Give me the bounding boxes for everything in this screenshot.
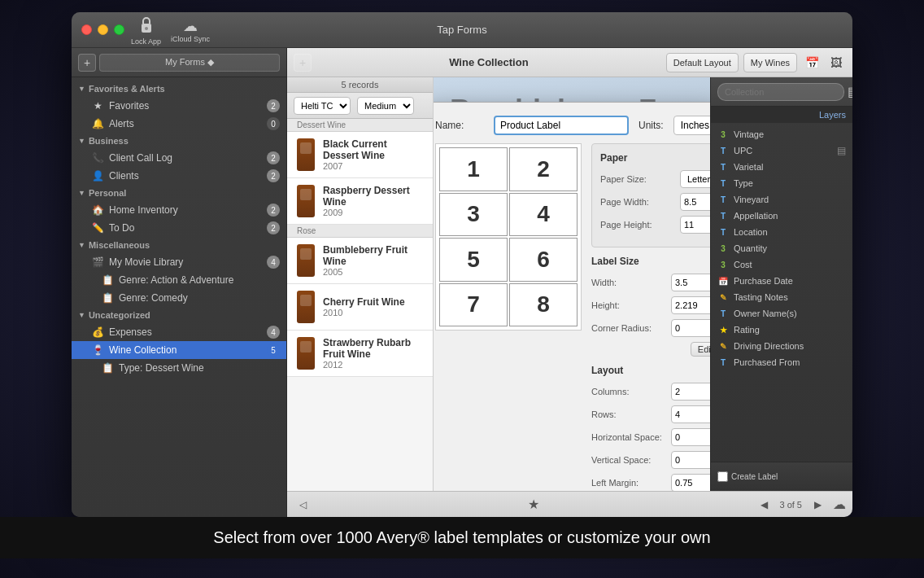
sidebar-item-todo[interactable]: ✏️ To Do 2 [72, 219, 286, 237]
icloud-sync-tool: ☁ iCloud Sync [171, 17, 210, 43]
columns-input[interactable] [671, 383, 710, 401]
sidebar-item-comedy[interactable]: 📋 Genre: Comedy [72, 289, 286, 307]
sidebar-item-favorites[interactable]: ★ Favorites 2 [72, 97, 286, 115]
record-item-raspberry[interactable]: Raspberry Dessert Wine 2009 [287, 178, 433, 225]
v-space-input[interactable] [671, 451, 710, 469]
records-list: 5 records Helti TC Medium Dessert Wine [287, 77, 434, 491]
record-year: 2005 [323, 267, 423, 277]
layout-title: Layout [591, 365, 710, 376]
sidebar-section-miscellaneous[interactable]: ▼ Miscellaneous [72, 237, 286, 253]
field-item-location[interactable]: T Location [711, 224, 852, 240]
sidebar-section-favorites[interactable]: ▼ Favorites & Alerts [72, 81, 286, 97]
edit-label-button[interactable]: Edit Label... [691, 342, 710, 357]
page-width-label: Page Width: [600, 197, 673, 207]
field-item-vintage[interactable]: 3 Vintage [711, 126, 852, 142]
bottom-center: ★ [318, 497, 748, 512]
sidebar-item-wine-collection[interactable]: 🍷 Wine Collection 5 [72, 341, 286, 359]
width-input[interactable] [671, 274, 710, 291]
name-input[interactable] [494, 116, 629, 135]
sidebar-item-dessert-wine[interactable]: 📋 Type: Dessert Wine [72, 359, 286, 377]
default-layout-button[interactable]: Default Layout [666, 53, 739, 72]
corner-radius-input[interactable] [671, 319, 710, 337]
layout-toolbar: Helti TC Medium [287, 93, 433, 119]
field-item-rating[interactable]: ★ Rating [711, 322, 852, 338]
field-item-owner-name[interactable]: T Owner Name(s) [711, 305, 852, 322]
sidebar-add-button[interactable]: + [78, 54, 96, 72]
upc-barcode-icon[interactable]: ▤ [837, 145, 846, 156]
fullscreen-button[interactable] [114, 24, 124, 35]
font-selector[interactable]: Helti TC [294, 97, 351, 115]
page-height-input[interactable] [680, 216, 710, 234]
sidebar-item-clients[interactable]: 👤 Clients 2 [72, 167, 286, 185]
field-item-tasting-notes[interactable]: ✎ Tasting Notes [711, 289, 852, 305]
sidebar-item-home-inventory[interactable]: 🏠 Home Inventory 2 [72, 201, 286, 219]
field-item-quantity[interactable]: 3 Quantity [711, 240, 852, 256]
field-item-varietal[interactable]: T Varietal [711, 159, 852, 175]
paper-size-label: Paper Size: [600, 174, 673, 184]
section-label-dessert: Dessert Wine [287, 119, 433, 132]
size-selector[interactable]: Medium [357, 97, 414, 115]
left-margin-input[interactable] [671, 474, 710, 491]
record-item-strawberry[interactable]: Strawberry Rubarb Fruit Wine 2012 [287, 331, 433, 377]
sidebar-section-uncategorized[interactable]: ▼ Uncategorized [72, 307, 286, 323]
barcode-view-icon[interactable]: ▤ [848, 84, 852, 99]
image-icon[interactable]: 🖼 [826, 53, 846, 72]
right-panel-search-input[interactable] [717, 83, 844, 101]
units-selector[interactable]: Inches [673, 116, 710, 135]
my-wines-tab[interactable]: My Wines [743, 53, 797, 72]
left-margin-label: Left Margin: [591, 478, 665, 488]
label-preview-grid: 1 2 3 4 5 6 7 8 [435, 143, 582, 331]
sidebar-item-action-adventure[interactable]: 📋 Genre: Action & Adventure [72, 271, 286, 289]
sidebar-toggle-button[interactable]: ◁ [294, 496, 312, 514]
sync-icon[interactable]: ☁ [833, 497, 846, 512]
field-item-purchase-date[interactable]: 📅 Purchase Date [711, 273, 852, 289]
rows-row: Rows: [591, 405, 710, 423]
close-button[interactable] [81, 24, 92, 35]
paper-section: Paper Paper Size: Letter [591, 143, 710, 247]
lock-app-icon[interactable] [135, 14, 158, 37]
star-button[interactable]: ★ [528, 497, 539, 512]
field-item-upc[interactable]: T UPC ▤ [711, 142, 852, 159]
caption-text: Select from over 1000 Avery® label templ… [213, 528, 710, 546]
field-item-type[interactable]: T Type [711, 175, 852, 191]
prev-record-button[interactable]: ◀ [755, 496, 773, 514]
field-item-driving-directions[interactable]: ✎ Driving Directions [711, 338, 852, 354]
field-item-purchased-from[interactable]: T Purchased From [711, 354, 852, 370]
field-item-cost[interactable]: 3 Cost [711, 256, 852, 273]
record-item-bumbleberry[interactable]: Bumbleberry Fruit Wine 2005 [287, 238, 433, 284]
corner-radius-row: Corner Radius: [591, 319, 710, 337]
sidebar-item-alerts[interactable]: 🔔 Alerts 0 [72, 115, 286, 133]
height-input[interactable] [671, 296, 710, 314]
layers-button[interactable]: Layers [819, 110, 846, 120]
sidebar-section-business[interactable]: ▼ Business [72, 133, 286, 149]
right-panel-toolbar: ▤ [711, 77, 852, 107]
sidebar-forms-selector[interactable]: My Forms ◆ [99, 54, 280, 72]
icloud-icon[interactable]: ☁ [183, 17, 198, 35]
home-inventory-icon: 🏠 [91, 204, 104, 217]
next-record-button[interactable]: ▶ [808, 496, 826, 514]
create-label-checkbox-container[interactable]: Create Label [717, 471, 778, 482]
field-item-appellation[interactable]: T Appellation [711, 208, 852, 224]
page-height-label: Page Height: [600, 220, 673, 230]
minimize-button[interactable] [98, 24, 108, 35]
rows-input[interactable] [671, 405, 710, 423]
calendar-icon[interactable]: 📅 [802, 53, 822, 72]
content-add-button[interactable]: + [294, 54, 312, 72]
record-year: 2007 [323, 161, 423, 171]
create-label-checkbox[interactable] [717, 471, 728, 482]
record-item-black-current[interactable]: Black Current Dessert Wine 2007 [287, 132, 433, 178]
sidebar-item-expenses[interactable]: 💰 Expenses 4 [72, 323, 286, 341]
page-width-input[interactable] [680, 193, 710, 211]
rows-label: Rows: [591, 409, 665, 419]
paper-size-selector[interactable]: Letter [680, 170, 710, 188]
h-space-row: Horizontal Space: [591, 428, 710, 446]
h-space-input[interactable] [671, 428, 710, 446]
h-space-label: Horizontal Space: [591, 432, 665, 442]
type-icon: T [717, 177, 729, 189]
sidebar-section-personal[interactable]: ▼ Personal [72, 185, 286, 201]
field-item-vineyard[interactable]: T Vineyard [711, 191, 852, 208]
record-item-cherry[interactable]: Cherry Fruit Wine 2010 [287, 284, 433, 331]
sidebar-item-client-call-log[interactable]: 📞 Client Call Log 2 [72, 149, 286, 167]
sidebar-item-movie-library[interactable]: 🎬 My Movie Library 4 [72, 253, 286, 271]
width-label: Width: [591, 278, 665, 287]
